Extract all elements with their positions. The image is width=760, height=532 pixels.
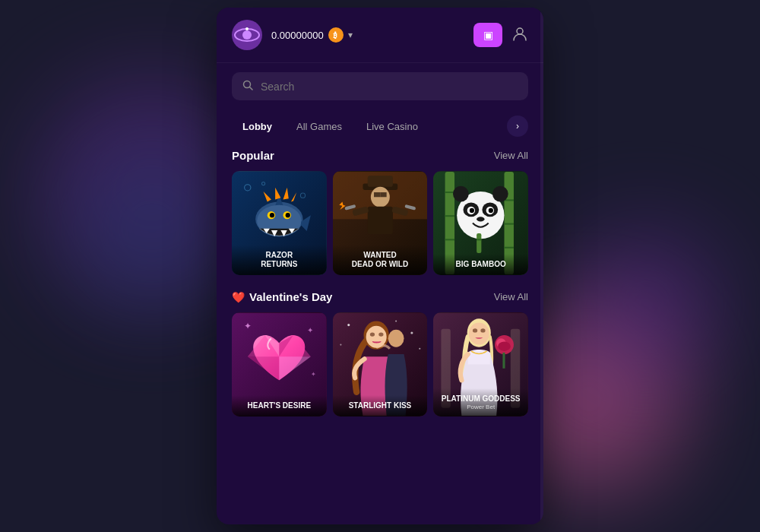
svg-rect-33 — [380, 192, 386, 197]
main-content: Popular View All — [217, 146, 543, 524]
heart-icon: ❤️ — [232, 291, 245, 303]
svg-point-74 — [378, 333, 383, 337]
user-profile-icon[interactable] — [511, 25, 528, 46]
game-title-wanted: WANTEDDEAD OR WILD — [333, 245, 428, 275]
svg-point-18 — [286, 213, 290, 217]
svg-point-73 — [369, 333, 374, 337]
svg-rect-47 — [505, 223, 514, 225]
game-title-razor-returns: RAZORRETURNS — [232, 245, 327, 275]
svg-rect-34 — [367, 207, 392, 234]
game-subtitle-platinum: Power Bet — [438, 404, 524, 411]
svg-rect-44 — [445, 239, 454, 240]
svg-rect-48 — [505, 247, 514, 249]
game-card-hearts-desire[interactable]: ✦ ✦ ✦ — [232, 312, 327, 416]
svg-rect-82 — [503, 353, 505, 369]
svg-point-17 — [270, 213, 274, 217]
svg-point-69 — [340, 344, 341, 346]
scrollbar-track — [540, 8, 543, 524]
popular-games-grid: RAZORRETURNS — [232, 171, 528, 275]
valentines-games-grid: ✦ ✦ ✦ — [232, 312, 528, 416]
svg-point-2 — [242, 30, 252, 40]
svg-line-6 — [250, 87, 253, 90]
valentines-view-all-button[interactable]: View All — [494, 291, 528, 302]
valentines-section-header: ❤️ Valentine's Day View All — [232, 290, 528, 303]
valentines-title: ❤️ Valentine's Day — [232, 290, 332, 303]
popular-view-all-button[interactable]: View All — [494, 150, 528, 161]
svg-rect-60 — [477, 239, 481, 240]
popular-section-header: Popular View All — [232, 149, 528, 162]
svg-point-68 — [410, 332, 413, 334]
game-title-bamboo: BIG BAMBOO — [433, 254, 528, 275]
game-card-big-bamboo[interactable]: BIG BAMBOO — [433, 171, 528, 275]
svg-point-4 — [517, 28, 523, 34]
btc-icon: ₿ — [328, 27, 344, 43]
svg-text:✦: ✦ — [311, 370, 316, 378]
logo — [232, 20, 262, 50]
svg-point-54 — [470, 208, 474, 213]
svg-rect-30 — [367, 176, 392, 187]
svg-point-3 — [245, 27, 249, 30]
svg-text:✦: ✦ — [244, 321, 252, 331]
tabs-next-button[interactable]: › — [507, 116, 528, 137]
game-title-platinum-goddess: PLATINUM GODDESS Power Bet — [433, 388, 528, 417]
svg-point-56 — [477, 217, 484, 221]
svg-point-58 — [492, 186, 508, 202]
header: 0.00000000 ₿ ▾ ▣ — [217, 8, 543, 63]
currency-dropdown-icon[interactable]: ▾ — [348, 30, 353, 40]
svg-point-55 — [489, 208, 493, 213]
svg-rect-43 — [445, 215, 454, 217]
svg-rect-32 — [374, 192, 380, 197]
svg-point-84 — [469, 323, 489, 345]
svg-point-57 — [453, 186, 469, 202]
wallet-icon: ▣ — [483, 29, 493, 41]
tab-lobby[interactable]: Lobby — [232, 116, 283, 137]
svg-text:✦: ✦ — [307, 326, 313, 334]
app-container: 0.00000000 ₿ ▾ ▣ L — [217, 8, 543, 524]
svg-rect-59 — [477, 233, 481, 253]
game-title-hearts-desire: HEART'S DESIRE — [232, 395, 327, 416]
balance-amount: 0.00000000 — [271, 30, 324, 41]
wallet-button[interactable]: ▣ — [473, 23, 502, 47]
tabs-section: Lobby All Games Live Casino › — [217, 109, 543, 146]
svg-point-67 — [395, 321, 397, 322]
svg-point-70 — [419, 348, 420, 350]
game-title-starlight-kiss: STARLIGHT KISS — [333, 395, 428, 416]
svg-point-75 — [388, 330, 404, 347]
game-card-razor-returns[interactable]: RAZORRETURNS — [232, 171, 327, 275]
svg-point-66 — [347, 324, 350, 326]
bg-decoration-2 — [76, 152, 228, 304]
game-card-platinum-goddess[interactable]: PLATINUM GODDESS Power Bet — [433, 312, 528, 416]
svg-point-85 — [473, 328, 477, 332]
bg-decoration-4 — [570, 228, 722, 380]
game-card-wanted-dead-or-wild[interactable]: WANTEDDEAD OR WILD — [333, 171, 428, 275]
search-input[interactable] — [261, 81, 518, 93]
search-icon — [242, 80, 253, 93]
search-input-wrap[interactable] — [232, 72, 528, 100]
svg-point-81 — [499, 342, 511, 351]
balance-section: 0.00000000 ₿ ▾ — [271, 27, 464, 43]
game-card-starlight-kiss[interactable]: STARLIGHT KISS — [333, 312, 428, 416]
svg-point-86 — [481, 328, 486, 332]
tab-all-games[interactable]: All Games — [286, 116, 353, 137]
search-bar — [217, 63, 543, 109]
tab-live-casino[interactable]: Live Casino — [356, 116, 429, 137]
popular-title: Popular — [232, 149, 274, 162]
